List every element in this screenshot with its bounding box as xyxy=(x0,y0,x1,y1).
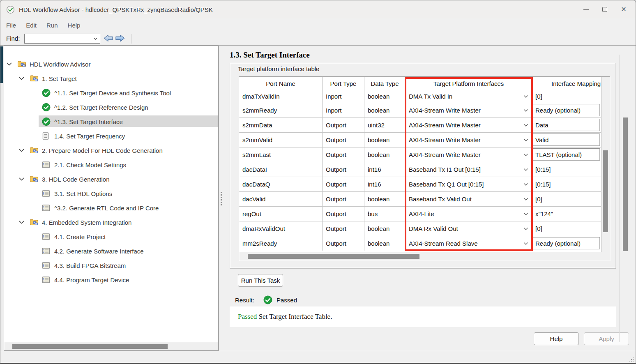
port-type-cell: Inport xyxy=(323,90,364,103)
tree-item[interactable]: ^3.2. Generate RTL Code and IP Core xyxy=(4,200,218,215)
tree-item[interactable]: 4. Embedded System Integration xyxy=(4,215,218,229)
dropdown-value: AXI4-Stream Read Slave xyxy=(409,240,478,247)
menu-help[interactable]: Help xyxy=(66,21,83,30)
expander-chevron-icon[interactable] xyxy=(19,177,24,181)
target-platform-interface-dropdown[interactable]: AXI4-Stream Read Slave xyxy=(406,236,532,251)
table-vertical-scrollbar-thumb[interactable] xyxy=(603,150,608,232)
interface-mapping-field[interactable]: TLAST (optional) xyxy=(532,148,600,161)
table-horizontal-scrollbar-thumb[interactable] xyxy=(248,254,419,259)
tree-horizontal-scrollbar[interactable] xyxy=(4,342,218,350)
data-type-cell: boolean xyxy=(364,221,406,236)
interface-mapping-field[interactable]: Ready (optional) xyxy=(532,104,600,116)
task-report-icon xyxy=(42,161,50,168)
dropdown-chevron-icon xyxy=(523,242,528,245)
minimize-button[interactable] xyxy=(576,0,595,18)
advisor-app-icon xyxy=(6,5,15,14)
panel-splitter[interactable] xyxy=(221,192,222,207)
maximize-button[interactable] xyxy=(595,0,614,18)
tree-item[interactable]: 3.1. Set HDL Options xyxy=(4,186,218,200)
table-vertical-scrollbar[interactable] xyxy=(601,77,610,252)
tree-item[interactable]: 3. HDL Code Generation xyxy=(4,172,218,186)
tree-item-label: ^1.2. Set Target Reference Design xyxy=(54,104,148,111)
dropdown-chevron-icon xyxy=(523,153,528,157)
tree-item[interactable]: ^1.3. Set Target Interface xyxy=(4,114,218,129)
close-button[interactable]: ✕ xyxy=(614,0,633,18)
tree-item[interactable]: 1.4. Set Target Frequency xyxy=(4,129,218,143)
expander-chevron-icon[interactable] xyxy=(19,76,24,80)
help-button[interactable]: Help xyxy=(534,332,579,345)
task-report-icon xyxy=(42,204,50,211)
interface-mapping-cell[interactable]: Valid xyxy=(532,133,601,147)
tree-item[interactable]: HDL Workflow Advisor xyxy=(4,57,218,71)
expander-chevron-icon[interactable] xyxy=(7,62,12,66)
tree-horizontal-scrollbar-thumb[interactable] xyxy=(12,344,168,349)
data-type-cell: boolean xyxy=(364,90,406,103)
expander-chevron-icon[interactable] xyxy=(19,220,24,224)
interface-mapping-field[interactable]: Data xyxy=(532,119,600,131)
interface-mapping-cell: x"124" xyxy=(532,207,601,221)
port-name-cell: dacDataI xyxy=(239,162,323,177)
interface-mapping-cell[interactable]: Ready (optional) xyxy=(532,103,601,117)
tree-item[interactable]: ^1.1. Set Target Device and Synthesis To… xyxy=(4,85,218,100)
port-name-cell: dacDataQ xyxy=(239,177,323,191)
task-document-icon xyxy=(42,132,49,140)
port-type-cell: Outport xyxy=(323,162,364,177)
target-platform-interface-dropdown[interactable]: Baseband Tx Q1 Out [0:15] xyxy=(406,177,532,191)
find-next-button[interactable] xyxy=(114,33,126,44)
table-row: mm2sReadyOutportbooleanAXI4-Stream Read … xyxy=(239,236,601,251)
tree-item[interactable]: 1. Set Target xyxy=(4,71,218,85)
menu-edit[interactable]: Edit xyxy=(24,21,39,30)
tree-left-scrollbar-thumb[interactable] xyxy=(0,46,3,83)
interface-mapping-cell[interactable]: Ready (optional) xyxy=(532,236,601,251)
menu-file[interactable]: File xyxy=(4,21,18,30)
target-platform-interface-dropdown[interactable]: AXI4-Stream Write Master xyxy=(406,103,532,117)
target-interface-table: Port NamePort TypeData TypeTarget Platfo… xyxy=(239,76,610,261)
tree-item[interactable]: ^1.2. Set Target Reference Design xyxy=(4,100,218,114)
tree-item[interactable]: 4.4. Program Target Device xyxy=(4,272,218,287)
interface-mapping-field[interactable]: Ready (optional) xyxy=(532,237,600,249)
task-panel-scrollbar-thumb[interactable] xyxy=(623,117,628,251)
data-type-cell: boolean xyxy=(364,147,406,162)
target-platform-interface-dropdown[interactable]: DMA Rx Valid Out xyxy=(406,221,532,236)
interface-mapping-cell: [0:15] xyxy=(532,177,601,191)
tree-item[interactable]: 4.3. Build FPGA Bitstream xyxy=(4,258,218,272)
menu-run[interactable]: Run xyxy=(44,21,60,30)
target-platform-interface-dropdown[interactable]: AXI4-Stream Write Master xyxy=(406,133,532,147)
interface-mapping-cell[interactable]: TLAST (optional) xyxy=(532,147,601,162)
run-this-task-button[interactable]: Run This Task xyxy=(238,274,283,287)
find-bar: Find: xyxy=(0,32,636,46)
find-input[interactable] xyxy=(24,34,100,44)
workflow-folder-icon xyxy=(17,60,27,68)
resize-grip-icon[interactable] xyxy=(628,356,634,362)
tree-item[interactable]: 4.1. Create Project xyxy=(4,229,218,244)
tree-item[interactable]: 2. Prepare Model For HDL Code Generation xyxy=(4,143,218,157)
close-icon: ✕ xyxy=(621,6,626,13)
tree-item-label: 4.2. Generate Software Interface xyxy=(54,247,144,254)
target-platform-interface-dropdown[interactable]: Baseband Tx Valid Out xyxy=(406,192,532,206)
window-title: HDL Workflow Advisor - hdlcoder_QPSKTxRx… xyxy=(19,6,213,13)
tree-item-label: 4. Embedded System Integration xyxy=(42,219,131,226)
port-type-cell: Outport xyxy=(323,147,364,162)
table-horizontal-scrollbar[interactable] xyxy=(239,252,610,261)
data-type-cell: boolean xyxy=(364,133,406,147)
target-platform-interface-dropdown[interactable]: AXI4-Stream Write Master xyxy=(406,118,532,132)
tree-left-scrollbar[interactable] xyxy=(0,46,3,351)
table-header-row: Port NamePort TypeData TypeTarget Platfo… xyxy=(239,77,601,90)
tree-item[interactable]: 2.1. Check Model Settings xyxy=(4,157,218,172)
section-separator xyxy=(230,268,616,269)
target-platform-interface-dropdown[interactable]: AXI4-Lite xyxy=(406,207,532,221)
tree-item[interactable]: 4.2. Generate Software Interface xyxy=(4,244,218,258)
interface-mapping-cell[interactable]: Data xyxy=(532,118,601,132)
task-panel-scrollbar[interactable] xyxy=(619,55,631,342)
target-platform-interface-dropdown[interactable]: AXI4-Stream Write Master xyxy=(406,147,532,162)
find-previous-button[interactable] xyxy=(103,33,114,44)
target-platform-interface-dropdown[interactable]: DMA Tx Valid In xyxy=(406,90,532,103)
find-label: Find: xyxy=(6,35,20,42)
interface-mapping-field[interactable]: Valid xyxy=(532,134,600,146)
tree-item-label: 4.3. Build FPGA Bitstream xyxy=(54,262,126,269)
task-panel: 1.3. Set Target Interface Target platfor… xyxy=(226,46,636,351)
expander-chevron-icon[interactable] xyxy=(19,148,24,152)
target-platform-interface-dropdown[interactable]: Baseband Tx I1 Out [0:15] xyxy=(406,162,532,177)
forward-arrow-icon xyxy=(115,34,125,43)
tree-item-label: HDL Workflow Advisor xyxy=(30,60,90,67)
